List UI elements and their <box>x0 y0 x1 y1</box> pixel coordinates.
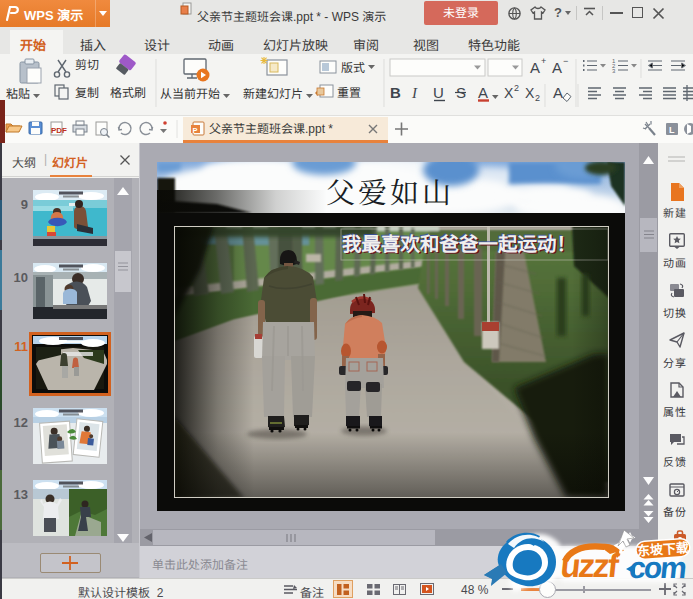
svg-text:A: A <box>552 59 562 76</box>
svg-text:粘贴: 粘贴 <box>6 87 30 101</box>
svg-text:A: A <box>553 84 563 101</box>
svg-text:X: X <box>504 85 514 101</box>
svg-text:PDF: PDF <box>51 126 67 135</box>
svg-text:父亲节主题班会课.ppt *: 父亲节主题班会课.ppt * <box>209 122 333 136</box>
svg-text:剪切: 剪切 <box>75 58 99 72</box>
svg-text:−: − <box>563 56 568 66</box>
svg-text:版式: 版式 <box>341 61 365 75</box>
svg-text:父爱如山: 父爱如山 <box>326 177 454 209</box>
svg-text:L: L <box>669 125 675 135</box>
svg-text:B: B <box>390 84 401 101</box>
svg-text:uzzf: uzzf <box>559 547 622 584</box>
svg-text:从当前开始: 从当前开始 <box>160 87 220 101</box>
svg-text:重置: 重置 <box>337 86 361 100</box>
svg-text:X: X <box>525 85 535 101</box>
svg-text:U: U <box>433 84 444 101</box>
svg-text:3: 3 <box>612 68 616 74</box>
svg-text:2: 2 <box>514 83 519 93</box>
svg-text:A: A <box>530 59 540 76</box>
svg-text:A: A <box>478 84 488 101</box>
svg-text:格式刷: 格式刷 <box>110 86 146 100</box>
svg-text:I: I <box>411 85 418 101</box>
svg-text:P: P <box>193 126 198 135</box>
svg-text:2: 2 <box>535 93 540 103</box>
svg-text:复制: 复制 <box>75 86 99 100</box>
svg-text:新建幻灯片: 新建幻灯片 <box>243 87 303 101</box>
svg-text:+: + <box>541 56 546 66</box>
